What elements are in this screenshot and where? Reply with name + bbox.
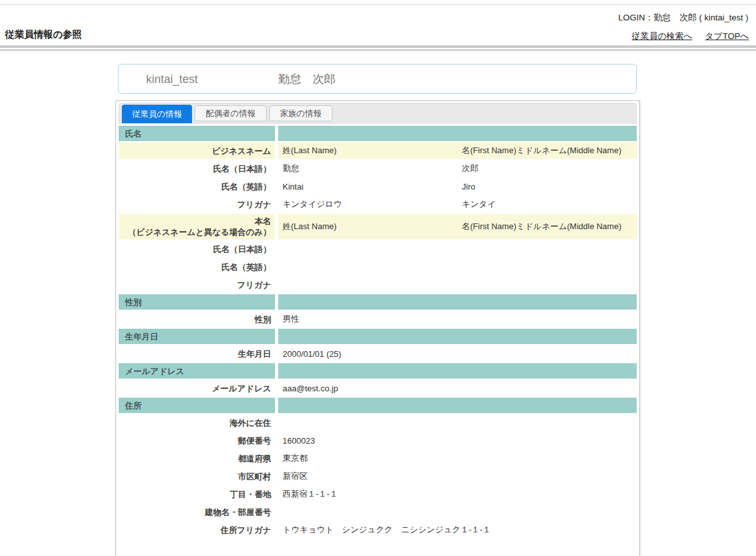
row-label-text: 丁目・番地 [230, 489, 271, 500]
row-values: 東京都 [278, 450, 637, 467]
row-label: 建物名・部屋番号 [119, 504, 275, 520]
value-secondary: キンタイ [457, 199, 637, 210]
row-label: 氏名（日本語） [119, 241, 275, 257]
row-label-text: メールアドレス [212, 383, 271, 394]
section-header-row: 生年月日 [119, 329, 637, 344]
row-label: 丁目・番地 [119, 486, 275, 502]
data-row: 生年月日2000/01/01 (25) [119, 345, 637, 362]
data-row: 性別男性 [119, 311, 637, 327]
row-values: 1600023 [278, 432, 637, 449]
data-row: 氏名（英語）KintaiJiro [119, 178, 637, 195]
value-primary: 新宿区 [278, 470, 457, 482]
tab-employee-info[interactable]: 従業員の情報 [122, 105, 192, 123]
data-row: メールアドレスaaa@test.co.jp [119, 380, 637, 396]
row-label-text: 郵便番号 [238, 435, 271, 446]
row-label-text: 市区町村 [238, 471, 271, 482]
section-title: 生年月日 [119, 329, 275, 344]
row-label-text: 生年月日 [238, 349, 271, 359]
data-row: 本名（ビジネスネームと異なる場合のみ）姓(Last Name)名(First N… [119, 214, 637, 239]
row-label-text: 性別 [255, 314, 271, 325]
row-values: 西新宿１-１-１ [278, 486, 637, 502]
value-primary: キンタイジロウ [278, 199, 457, 210]
row-label: メールアドレス [119, 380, 275, 396]
section-title: 住所 [119, 398, 275, 413]
row-label: ビジネスネーム [119, 142, 275, 159]
section-title: メールアドレス [119, 363, 275, 379]
nav-link-tab-top[interactable]: タブTOPへ [705, 31, 749, 41]
header-nav-links: 従業員の検索へ タブTOPへ [621, 31, 749, 42]
row-label: フリガナ [119, 196, 275, 213]
login-info: LOGIN：勤怠 次郎 ( kintai_test ) [618, 12, 748, 24]
row-label: 生年月日 [119, 345, 275, 362]
page-header: LOGIN：勤怠 次郎 ( kintai_test ) 従業員情報の参照 従業員… [0, 5, 756, 45]
row-label: 氏名（英語） [119, 178, 275, 195]
row-values: 姓(Last Name)名(First Name)ミドルネーム(Middle N… [278, 142, 637, 159]
data-row: 氏名（英語） [119, 259, 637, 275]
row-label: 性別 [119, 311, 275, 327]
divider-bar [0, 49, 756, 51]
section-header-row: 住所 [119, 398, 637, 413]
tab-family-info[interactable]: 家族の情報 [269, 105, 332, 121]
data-row: 住所フリガナトウキョウト シンジュクク ニシシンジュク１-１-１ [119, 522, 637, 538]
tab-spouse-info[interactable]: 配偶者の情報 [195, 105, 266, 121]
row-label: 氏名（日本語） [119, 160, 275, 177]
data-row: フリガナキンタイジロウキンタイ [119, 196, 637, 213]
row-values: 新宿区 [278, 468, 637, 485]
value-primary: 姓(Last Name) [278, 145, 457, 156]
data-row: 郵便番号1600023 [119, 432, 637, 449]
section-header-row: 氏名 [119, 126, 637, 141]
value-primary: トウキョウト シンジュクク ニシシンジュク１-１-１ [278, 524, 457, 536]
value-primary: 姓(Last Name) [278, 221, 457, 232]
section-title: 氏名 [119, 126, 275, 141]
info-table: 氏名ビジネスネーム姓(Last Name)名(First Name)ミドルネーム… [119, 126, 637, 538]
employee-name: 勤怠 次郎 [278, 71, 336, 87]
row-label: 都道府県 [119, 450, 275, 467]
value-secondary: 名(First Name)ミドルネーム(Middle Name) [457, 221, 637, 232]
row-values [278, 241, 637, 257]
row-values: キンタイジロウキンタイ [278, 196, 637, 213]
row-label: 郵便番号 [119, 432, 275, 449]
value-primary: 男性 [278, 313, 457, 325]
data-row: 丁目・番地西新宿１-１-１ [119, 486, 637, 502]
data-row: フリガナ [119, 276, 637, 293]
section-header-row: 性別 [119, 294, 637, 310]
section-header-fill [278, 126, 637, 141]
row-label: フリガナ [119, 276, 275, 293]
data-row: 都道府県東京都 [119, 450, 637, 467]
row-label: 本名（ビジネスネームと異なる場合のみ） [119, 214, 275, 239]
header-divider [0, 45, 756, 51]
value-primary: 西新宿１-１-１ [278, 488, 457, 500]
row-values: KintaiJiro [278, 178, 637, 195]
section-header-fill [278, 398, 637, 413]
section-title: 性別 [119, 294, 275, 310]
data-row: 氏名（日本語） [119, 241, 637, 257]
nav-link-employee-search[interactable]: 従業員の検索へ [632, 31, 692, 41]
value-primary: 東京都 [278, 453, 457, 464]
value-primary: Kintai [278, 182, 457, 192]
row-label-text: フリガナ [237, 280, 271, 290]
employee-info-panel: 従業員の情報 配偶者の情報 家族の情報 氏名ビジネスネーム姓(Last Name… [115, 100, 640, 556]
data-row: 建物名・部屋番号 [119, 504, 637, 520]
row-label-text: 氏名（日本語） [213, 163, 271, 174]
value-secondary: 名(First Name)ミドルネーム(Middle Name) [457, 145, 637, 156]
row-values: aaa@test.co.jp [278, 380, 637, 396]
row-label-text: 建物名・部屋番号 [205, 507, 271, 518]
value-primary: 2000/01/01 (25) [278, 349, 457, 359]
page-title: 従業員情報の参照 [5, 29, 82, 41]
row-values [278, 276, 637, 293]
row-values: 男性 [278, 311, 637, 327]
row-label: 氏名（英語） [119, 259, 275, 275]
row-label: 市区町村 [119, 468, 275, 485]
data-row: 海外に在住 [119, 414, 637, 431]
data-row: ビジネスネーム姓(Last Name)名(First Name)ミドルネーム(M… [119, 142, 637, 159]
data-row: 氏名（日本語）勤怠次郎 [119, 160, 637, 177]
row-values [278, 504, 637, 520]
value-primary: 勤怠 [278, 163, 457, 174]
value-primary: 1600023 [278, 436, 457, 446]
row-label-text: ビジネスネーム [212, 146, 271, 156]
value-primary: aaa@test.co.jp [278, 384, 457, 393]
section-header-fill [278, 329, 637, 344]
row-label-text: 都道府県 [238, 453, 271, 464]
row-label-text: 氏名（英語） [221, 181, 271, 192]
row-label-text: 本名 [255, 216, 271, 227]
